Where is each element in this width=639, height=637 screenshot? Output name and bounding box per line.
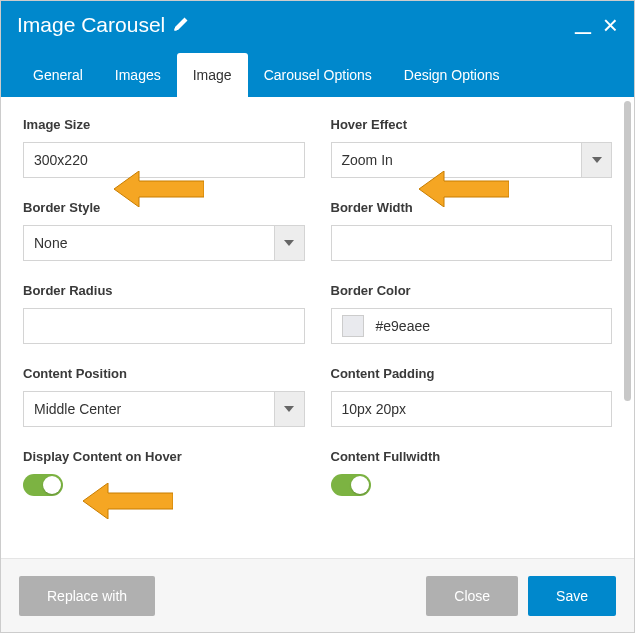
modal-title: Image Carousel bbox=[17, 13, 165, 37]
chevron-down-icon[interactable] bbox=[275, 391, 305, 427]
save-button[interactable]: Save bbox=[528, 576, 616, 616]
chevron-down-icon[interactable] bbox=[582, 142, 612, 178]
modal-footer: Replace with Close Save bbox=[1, 558, 634, 632]
border-style-select[interactable]: None bbox=[23, 225, 305, 261]
modal-title-wrap: Image Carousel bbox=[17, 13, 189, 37]
header-actions: _ × bbox=[575, 11, 618, 39]
content-fullwidth-label: Content Fullwidth bbox=[331, 449, 613, 464]
content-position-value: Middle Center bbox=[23, 391, 275, 427]
tab-general[interactable]: General bbox=[17, 53, 99, 97]
content-padding-label: Content Padding bbox=[331, 366, 613, 381]
border-radius-label: Border Radius bbox=[23, 283, 305, 298]
display-content-on-hover-label: Display Content on Hover bbox=[23, 449, 305, 464]
edit-icon[interactable] bbox=[173, 13, 189, 37]
image-size-label: Image Size bbox=[23, 117, 305, 132]
image-carousel-modal: Image Carousel _ × General Images Image … bbox=[0, 0, 635, 633]
border-color-input[interactable]: #e9eaee bbox=[331, 308, 613, 344]
border-width-input[interactable] bbox=[331, 225, 613, 261]
border-color-label: Border Color bbox=[331, 283, 613, 298]
hover-effect-value: Zoom In bbox=[331, 142, 583, 178]
content-position-label: Content Position bbox=[23, 366, 305, 381]
image-size-input[interactable] bbox=[23, 142, 305, 178]
tabs: General Images Image Carousel Options De… bbox=[1, 49, 634, 97]
tab-design-options[interactable]: Design Options bbox=[388, 53, 516, 97]
border-style-value: None bbox=[23, 225, 275, 261]
minimize-icon[interactable]: _ bbox=[575, 5, 591, 33]
content-position-select[interactable]: Middle Center bbox=[23, 391, 305, 427]
scrollbar[interactable] bbox=[624, 101, 631, 401]
replace-with-button[interactable]: Replace with bbox=[19, 576, 155, 616]
hover-effect-select[interactable]: Zoom In bbox=[331, 142, 613, 178]
border-width-label: Border Width bbox=[331, 200, 613, 215]
border-style-label: Border Style bbox=[23, 200, 305, 215]
border-color-value: #e9eaee bbox=[376, 318, 431, 334]
chevron-down-icon[interactable] bbox=[275, 225, 305, 261]
color-swatch bbox=[342, 315, 364, 337]
content-fullwidth-toggle[interactable] bbox=[331, 474, 371, 496]
close-button[interactable]: Close bbox=[426, 576, 518, 616]
modal-header: Image Carousel _ × bbox=[1, 1, 634, 49]
tab-image[interactable]: Image bbox=[177, 53, 248, 97]
border-radius-input[interactable] bbox=[23, 308, 305, 344]
content-padding-input[interactable] bbox=[331, 391, 613, 427]
hover-effect-label: Hover Effect bbox=[331, 117, 613, 132]
tab-carousel-options[interactable]: Carousel Options bbox=[248, 53, 388, 97]
close-icon[interactable]: × bbox=[603, 12, 618, 38]
tab-images[interactable]: Images bbox=[99, 53, 177, 97]
modal-content: Image Size Hover Effect Zoom In Border S… bbox=[1, 97, 634, 559]
display-content-on-hover-toggle[interactable] bbox=[23, 474, 63, 496]
